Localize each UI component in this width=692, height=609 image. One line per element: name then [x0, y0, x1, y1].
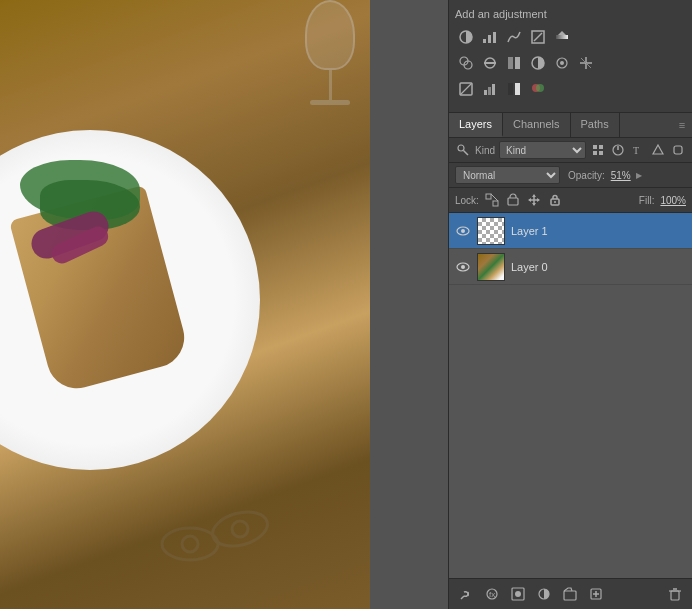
layer-visibility-toggle[interactable] — [455, 259, 471, 275]
blend-row: Normal Dissolve Multiply Screen Overlay … — [449, 163, 692, 188]
wine-glass — [300, 0, 360, 120]
add-mask-button[interactable] — [507, 583, 529, 605]
fill-label: Fill: — [639, 195, 655, 206]
invert-icon[interactable] — [455, 78, 477, 100]
wrap-food — [10, 160, 210, 410]
svg-text:T: T — [633, 145, 639, 156]
tab-paths[interactable]: Paths — [571, 113, 620, 137]
ps-panel: Add an adjustment — [448, 0, 692, 609]
canvas-image — [0, 0, 370, 609]
gradient-map-icon[interactable] — [551, 26, 573, 48]
svg-point-53 — [554, 201, 556, 203]
exposure-icon[interactable] — [527, 26, 549, 48]
opacity-label: Opacity: — [568, 170, 605, 181]
layer-thumbnail — [477, 253, 505, 281]
hue-saturation-icon[interactable] — [479, 52, 501, 74]
svg-point-31 — [458, 145, 464, 151]
svg-rect-67 — [671, 591, 679, 600]
new-layer-button[interactable] — [585, 583, 607, 605]
kind-select[interactable]: Kind — [499, 141, 586, 159]
layer-visibility-toggle[interactable] — [455, 223, 471, 239]
svg-point-55 — [461, 229, 465, 233]
svg-point-1 — [182, 536, 198, 552]
blend-mode-select[interactable]: Normal Dissolve Multiply Screen Overlay — [455, 166, 560, 184]
svg-rect-45 — [508, 198, 518, 205]
svg-marker-10 — [558, 31, 566, 35]
svg-rect-16 — [515, 57, 520, 69]
lock-transparent-btn[interactable] — [483, 191, 501, 209]
tab-layers[interactable]: Layers — [449, 113, 503, 137]
svg-rect-5 — [483, 39, 486, 43]
layer-thumbnail — [477, 217, 505, 245]
svg-point-0 — [162, 528, 218, 560]
threshold-icon[interactable] — [503, 78, 525, 100]
new-fill-button[interactable] — [533, 583, 555, 605]
adjustment-filter-icon[interactable] — [610, 142, 626, 158]
svg-point-30 — [536, 84, 544, 92]
link-layers-button[interactable] — [455, 583, 477, 605]
layer-name: Layer 1 — [511, 225, 548, 237]
black-white-icon[interactable] — [527, 52, 549, 74]
type-filter-icon[interactable]: T — [630, 142, 646, 158]
fill-value[interactable]: 100% — [660, 195, 686, 206]
curves-icon[interactable] — [503, 26, 525, 48]
adj-icons-row-3 — [455, 78, 686, 100]
smartobject-filter-icon[interactable] — [670, 142, 686, 158]
tabs-row: Layers Channels Paths ≡ — [449, 113, 692, 138]
lock-all-btn[interactable] — [546, 191, 564, 209]
svg-rect-24 — [484, 90, 487, 95]
svg-point-61 — [515, 591, 521, 597]
lock-image-btn[interactable] — [504, 191, 522, 209]
lock-position-btn[interactable] — [525, 191, 543, 209]
svg-text:fx: fx — [489, 590, 495, 599]
svg-marker-48 — [532, 194, 536, 197]
svg-rect-43 — [493, 201, 498, 206]
svg-rect-26 — [492, 84, 495, 95]
pixel-filter-icon[interactable] — [590, 142, 606, 158]
new-group-button[interactable] — [559, 583, 581, 605]
kind-label: Kind — [475, 145, 495, 156]
posterize-icon[interactable] — [479, 78, 501, 100]
layer-item[interactable]: Layer 0 — [449, 249, 692, 285]
vibrance-icon[interactable] — [455, 52, 477, 74]
color-balance-icon[interactable] — [503, 52, 525, 74]
svg-point-3 — [232, 521, 248, 537]
svg-rect-25 — [488, 87, 491, 95]
svg-marker-51 — [537, 198, 540, 202]
layers-panel: Layers Channels Paths ≡ Kind Kind T — [449, 113, 692, 609]
shape-filter-icon[interactable] — [650, 142, 666, 158]
tab-channels[interactable]: Channels — [503, 113, 570, 137]
delete-layer-button[interactable] — [664, 583, 686, 605]
photo-filter-icon[interactable] — [551, 52, 573, 74]
svg-marker-50 — [528, 198, 531, 202]
channel-mixer-icon[interactable] — [575, 52, 597, 74]
svg-rect-28 — [515, 83, 520, 95]
svg-rect-41 — [674, 146, 682, 154]
layers-list: Layer 1 Layer 0 — [449, 213, 692, 578]
canvas-area — [0, 0, 448, 609]
svg-marker-49 — [532, 203, 536, 206]
svg-rect-36 — [599, 151, 603, 155]
svg-point-57 — [461, 265, 465, 269]
opacity-value[interactable]: 51% — [611, 170, 631, 181]
brightness-contrast-icon[interactable] — [455, 26, 477, 48]
adjustment-title: Add an adjustment — [455, 8, 686, 20]
layers-toolbar: fx — [449, 578, 692, 609]
svg-rect-35 — [593, 151, 597, 155]
watermark — [160, 489, 280, 569]
svg-rect-7 — [493, 32, 496, 43]
svg-rect-33 — [593, 145, 597, 149]
layer-item[interactable]: Layer 1 — [449, 213, 692, 249]
filter-row: Kind Kind T — [449, 138, 692, 163]
levels-icon[interactable] — [479, 26, 501, 48]
svg-rect-6 — [488, 35, 491, 43]
svg-point-19 — [560, 61, 564, 65]
add-style-button[interactable]: fx — [481, 583, 503, 605]
selective-color-icon[interactable] — [527, 78, 549, 100]
svg-rect-34 — [599, 145, 603, 149]
svg-rect-9 — [556, 35, 568, 39]
svg-rect-15 — [508, 57, 513, 69]
lock-label: Lock: — [455, 195, 479, 206]
svg-line-44 — [491, 194, 498, 201]
panel-menu-button[interactable]: ≡ — [672, 113, 692, 137]
